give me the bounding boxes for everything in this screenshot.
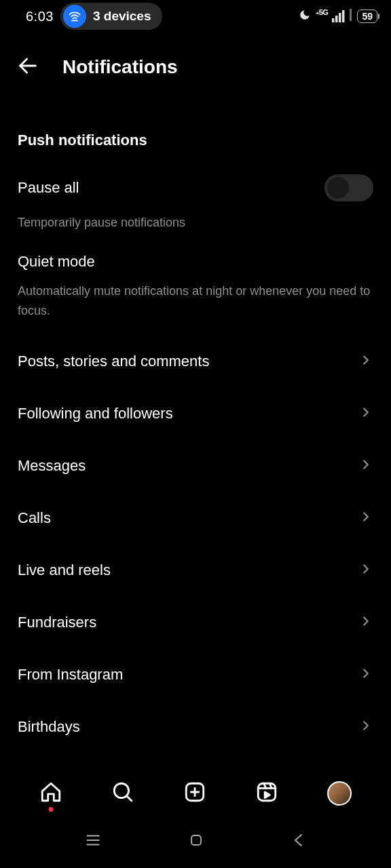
back-arrow-icon[interactable] [16,54,39,80]
chevron-right-icon [358,561,373,579]
pause-all-label: Pause all [18,179,79,197]
chevron-right-icon [358,718,373,736]
status-bar: 6:03 3 devices +5G [0,0,391,33]
chevron-right-icon [358,353,373,370]
back-button[interactable] [291,832,307,851]
chevron-right-icon [358,509,373,527]
item-label: Live and reels [18,561,111,579]
item-posts-stories-comments[interactable]: Posts, stories and comments [18,335,373,387]
status-right: +5G 59 [299,9,377,24]
recent-apps-button[interactable] [84,831,102,852]
item-live-reels[interactable]: Live and reels [18,544,373,596]
svg-rect-12 [258,783,276,801]
home-button[interactable] [188,832,204,851]
pause-all-subtext: Temporarily pause notifications [18,208,373,235]
home-notification-dot [49,807,54,812]
item-label: From Instagram [18,666,123,684]
quiet-mode-subtext: Automatically mute notifications at nigh… [18,276,373,336]
pause-all-toggle[interactable] [324,174,373,201]
item-following-followers[interactable]: Following and followers [18,387,373,439]
secondary-signal-icon [350,9,353,24]
item-label: Posts, stories and comments [18,353,209,370]
item-label: Messages [18,457,86,475]
item-fundraisers[interactable]: Fundraisers [18,596,373,648]
status-left: 6:03 3 devices [26,3,162,30]
pause-all-row[interactable]: Pause all [18,168,373,208]
network-type: +5G [316,8,329,16]
item-calls[interactable]: Calls [18,492,373,544]
quiet-mode-label: Quiet mode [18,253,95,270]
svg-rect-5 [350,9,352,21]
bottom-tab-bar [0,772,391,815]
svg-marker-16 [265,792,269,798]
item-label: Calls [18,509,51,527]
devices-pill[interactable]: 3 devices [60,3,162,30]
tab-profile[interactable] [327,781,352,806]
chevron-right-icon [358,614,373,631]
clock-time: 6:03 [26,9,54,24]
chevron-right-icon [358,666,373,684]
push-notifications-header: Push notifications [18,94,373,168]
chevron-right-icon [358,457,373,475]
svg-rect-20 [191,835,201,845]
tab-home[interactable] [39,781,62,806]
svg-rect-4 [342,10,345,22]
svg-rect-0 [71,20,78,21]
item-from-instagram[interactable]: From Instagram [18,648,373,701]
item-label: Following and followers [18,405,173,422]
svg-rect-3 [339,13,341,22]
chevron-right-icon [358,405,373,422]
svg-rect-1 [332,18,335,22]
avatar [327,781,352,806]
item-label: Fundraisers [18,614,96,631]
tab-reels[interactable] [255,781,278,806]
tab-create[interactable] [183,781,206,806]
page-title: Notifications [62,56,178,78]
settings-content: Push notifications Pause all Temporarily… [0,94,391,800]
item-birthdays[interactable]: Birthdays [18,701,373,753]
devices-label: 3 devices [93,9,151,24]
item-label: Birthdays [18,718,80,736]
svg-line-8 [127,796,132,801]
dnd-moon-icon [299,9,311,24]
quiet-mode-row[interactable]: Quiet mode [18,235,373,276]
android-nav-bar [0,815,391,868]
page-header: Notifications [0,33,391,94]
battery-indicator: 59 [357,9,377,23]
svg-rect-2 [335,16,338,22]
tab-search[interactable] [111,781,134,806]
toggle-knob [327,177,349,199]
wifi-icon [63,5,86,28]
item-messages[interactable]: Messages [18,439,373,492]
signal-icon [332,10,347,22]
